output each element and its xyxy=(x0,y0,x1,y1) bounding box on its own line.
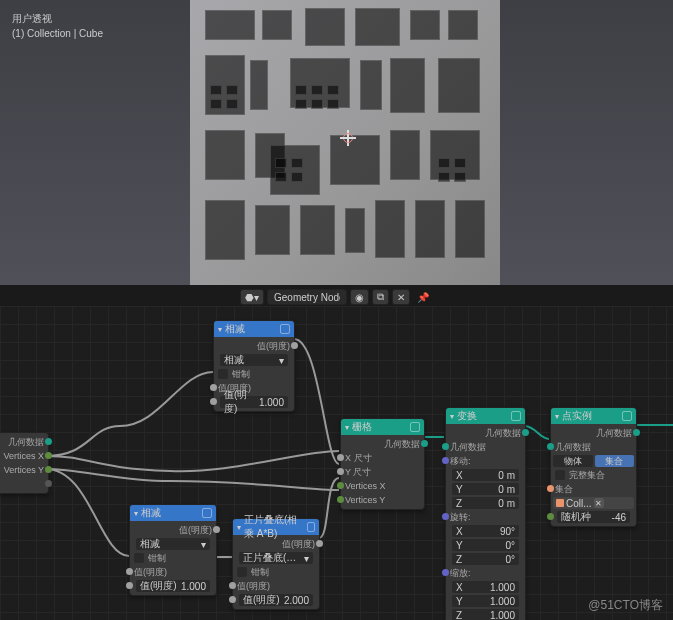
scale-z-input[interactable]: Z1.000 xyxy=(452,609,519,620)
pin-icon[interactable] xyxy=(410,422,420,432)
node-header[interactable]: ▾相减 xyxy=(130,505,216,521)
rendered-mesh xyxy=(190,0,500,285)
pin-icon[interactable] xyxy=(280,324,290,334)
clamp-checkbox[interactable] xyxy=(218,369,228,379)
instance-type-collection[interactable]: 集合 xyxy=(595,455,635,467)
node-math-multiply[interactable]: ▾正片叠底(相乘 A*B) 值(明度) 正片叠底(相乘 A*B)▾ 钳制 值(明… xyxy=(232,518,320,610)
node-header[interactable]: ▾点实例 xyxy=(551,408,636,424)
seed-input[interactable]: 随机种-46 xyxy=(557,511,630,523)
node-group-input[interactable]: 几何数据 Vertices X Vertices Y xyxy=(0,432,49,494)
node-header[interactable]: ▾相减 xyxy=(214,321,294,337)
rotate-x-input[interactable]: X90° xyxy=(452,525,519,537)
node-editor[interactable]: 几何数据 Vertices X Vertices Y ▾相减 值(明度) 相减▾… xyxy=(0,306,673,620)
operation-dropdown[interactable]: 相减▾ xyxy=(136,538,210,550)
node-transform[interactable]: ▾变换 几何数据 几何数据 移动: X0 m Y0 m Z0 m 旋转: X90… xyxy=(445,407,526,620)
value-input[interactable]: 值(明度)1.000 xyxy=(136,580,210,592)
node-math-subtract-2[interactable]: ▾相减 值(明度) 相减▾ 钳制 值(明度) 值(明度)1.000 xyxy=(129,504,217,596)
pin-button[interactable]: 📌 xyxy=(413,289,433,305)
value-input[interactable]: 值(明度)2.000 xyxy=(239,594,313,606)
nodetree-name-input[interactable] xyxy=(267,289,347,305)
viewport-3d[interactable]: 用户透视 (1) Collection | Cube xyxy=(0,0,673,285)
operation-dropdown[interactable]: 相减▾ xyxy=(220,354,288,366)
translate-z-input[interactable]: Z0 m xyxy=(452,497,519,509)
node-tree-icon: ⬣▾ xyxy=(245,292,259,303)
pin-icon[interactable] xyxy=(622,411,632,421)
translate-x-input[interactable]: X0 m xyxy=(452,469,519,481)
operation-dropdown[interactable]: 正片叠底(相乘 A*B)▾ xyxy=(239,552,313,564)
value-input[interactable]: 值(明度)1.000 xyxy=(220,396,288,408)
unlink-button[interactable]: ✕ xyxy=(392,289,410,305)
rotate-z-input[interactable]: Z0° xyxy=(452,553,519,565)
collection-label: (1) Collection | Cube xyxy=(12,28,103,39)
new-button[interactable]: ⧉ xyxy=(372,289,389,305)
node-editor-header: ⬣▾ ◉ ⧉ ✕ 📌 xyxy=(0,288,673,306)
socket-label: Vertices X xyxy=(3,451,44,461)
node-header[interactable]: ▾栅格 xyxy=(341,419,424,435)
shield-button[interactable]: ◉ xyxy=(350,289,369,305)
editor-type-dropdown[interactable]: ⬣▾ xyxy=(240,289,264,305)
clamp-checkbox[interactable] xyxy=(237,567,247,577)
clamp-checkbox[interactable] xyxy=(134,553,144,563)
scale-y-input[interactable]: Y1.000 xyxy=(452,595,519,607)
pin-icon[interactable] xyxy=(511,411,521,421)
whole-collection-checkbox[interactable] xyxy=(555,470,565,480)
node-header[interactable]: ▾正片叠底(相乘 A*B) xyxy=(233,519,319,535)
pin-icon: 📌 xyxy=(417,292,429,303)
translate-y-input[interactable]: Y0 m xyxy=(452,483,519,495)
node-header[interactable]: ▾变换 xyxy=(446,408,525,424)
node-math-subtract-1[interactable]: ▾相减 值(明度) 相减▾ 钳制 值(明度) 值(明度)1.000 xyxy=(213,320,295,412)
socket-label: Vertices Y xyxy=(4,465,44,475)
view-mode-label: 用户透视 xyxy=(12,12,103,26)
pin-icon[interactable] xyxy=(307,522,315,532)
close-icon: ✕ xyxy=(397,292,405,303)
collection-picker[interactable]: Coll...✕ xyxy=(553,497,634,509)
rotate-y-input[interactable]: Y0° xyxy=(452,539,519,551)
instance-type-object[interactable]: 物体 xyxy=(553,455,593,467)
clear-icon[interactable]: ✕ xyxy=(594,498,604,508)
socket-label: 几何数据 xyxy=(8,436,44,449)
node-point-instance[interactable]: ▾点实例 几何数据 几何数据 物体 集合 完整集合 集合 Coll...✕ 随机… xyxy=(550,407,637,527)
pin-icon[interactable] xyxy=(202,508,212,518)
scale-x-input[interactable]: X1.000 xyxy=(452,581,519,593)
watermark: @51CTO博客 xyxy=(588,597,663,614)
viewport-overlay: 用户透视 (1) Collection | Cube xyxy=(12,12,103,39)
node-mesh-grid[interactable]: ▾栅格 几何数据 X 尺寸 Y 尺寸 Vertices X Vertices Y xyxy=(340,418,425,510)
collection-icon xyxy=(556,499,564,507)
duplicate-icon: ⧉ xyxy=(377,291,384,303)
shield-icon: ◉ xyxy=(355,292,364,303)
